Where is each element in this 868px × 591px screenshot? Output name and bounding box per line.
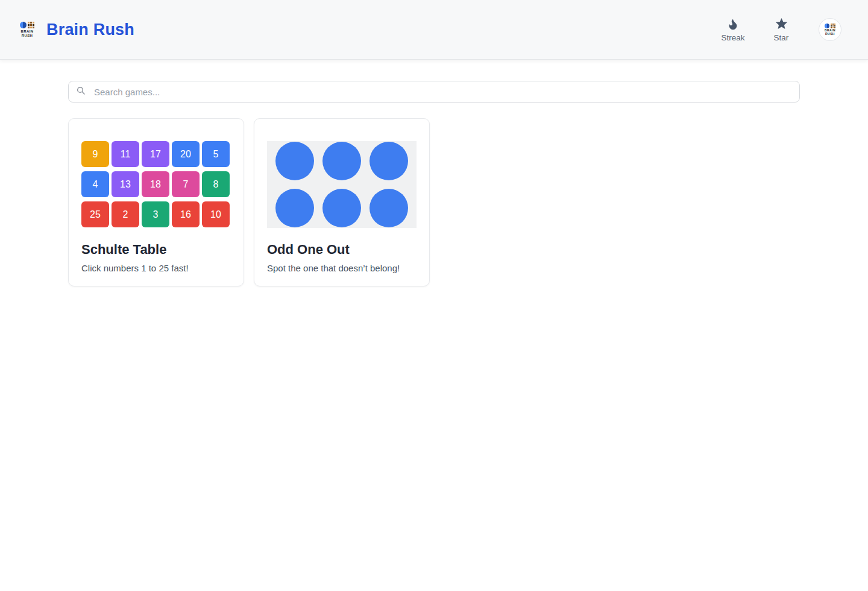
search-input[interactable] <box>68 81 800 103</box>
header-actions: Streak Star BRA <box>720 17 841 42</box>
logo-circle-icon <box>20 22 27 28</box>
main-content: 91117205413187825231610 Schulte Table Cl… <box>68 81 800 286</box>
streak-button[interactable]: Streak <box>720 17 746 42</box>
schulte-tile: 8 <box>202 171 230 197</box>
schulte-tile: 7 <box>172 171 200 197</box>
star-label: Star <box>774 33 789 42</box>
game-cards: 91117205413187825231610 Schulte Table Cl… <box>68 118 800 286</box>
star-icon <box>775 17 788 31</box>
schulte-tile: 20 <box>172 141 200 167</box>
schulte-tile: 5 <box>202 141 230 167</box>
flame-icon <box>726 17 740 31</box>
game-subtitle: Spot the one that doesn’t belong! <box>267 262 417 274</box>
streak-label: Streak <box>721 33 744 42</box>
schulte-table-thumbnail: 91117205413187825231610 <box>81 141 231 229</box>
schulte-tile: 11 <box>112 141 139 167</box>
odd-one-out-circle <box>275 142 314 180</box>
avatar-logo-icon: BRAIN RUSH <box>823 24 837 36</box>
schulte-tile: 3 <box>142 201 169 227</box>
brand[interactable]: BRAIN RUSH Brain Rush <box>18 21 134 39</box>
odd-one-out-circle <box>322 142 361 180</box>
game-card-schulte-table[interactable]: 91117205413187825231610 Schulte Table Cl… <box>68 118 244 286</box>
schulte-tile: 17 <box>142 141 169 167</box>
game-card-odd-one-out[interactable]: Odd One Out Spot the one that doesn’t be… <box>254 118 430 286</box>
logo-graphic <box>20 22 35 28</box>
search-bar <box>68 81 800 103</box>
schulte-tile: 9 <box>81 141 109 167</box>
search-icon <box>76 86 86 98</box>
game-subtitle: Click numbers 1 to 25 fast! <box>81 262 231 274</box>
logo-wordmark: BRAIN RUSH <box>21 30 34 38</box>
schulte-tile: 25 <box>81 201 109 227</box>
odd-one-out-thumbnail <box>267 141 417 229</box>
schulte-number-grid: 91117205413187825231610 <box>81 141 230 227</box>
odd-one-out-circle <box>370 189 408 227</box>
schulte-tile: 10 <box>202 201 230 227</box>
header: BRAIN RUSH Brain Rush Streak Star <box>0 0 868 60</box>
odd-one-out-circle <box>275 189 314 227</box>
avatar[interactable]: BRAIN RUSH <box>819 18 841 41</box>
schulte-tile: 4 <box>81 171 109 197</box>
app-title: Brain Rush <box>46 21 134 39</box>
odd-one-out-circle <box>322 189 361 227</box>
schulte-tile: 18 <box>142 171 169 197</box>
star-button[interactable]: Star <box>768 17 794 42</box>
game-title: Odd One Out <box>267 242 417 258</box>
odd-one-out-circle <box>370 142 408 180</box>
schulte-tile: 16 <box>172 201 200 227</box>
odd-one-out-circle-grid <box>267 141 417 228</box>
schulte-tile: 2 <box>112 201 139 227</box>
logo-grid-icon <box>28 22 35 28</box>
schulte-tile: 13 <box>112 171 139 197</box>
game-title: Schulte Table <box>81 242 231 258</box>
brain-rush-logo-icon: BRAIN RUSH <box>18 22 36 38</box>
